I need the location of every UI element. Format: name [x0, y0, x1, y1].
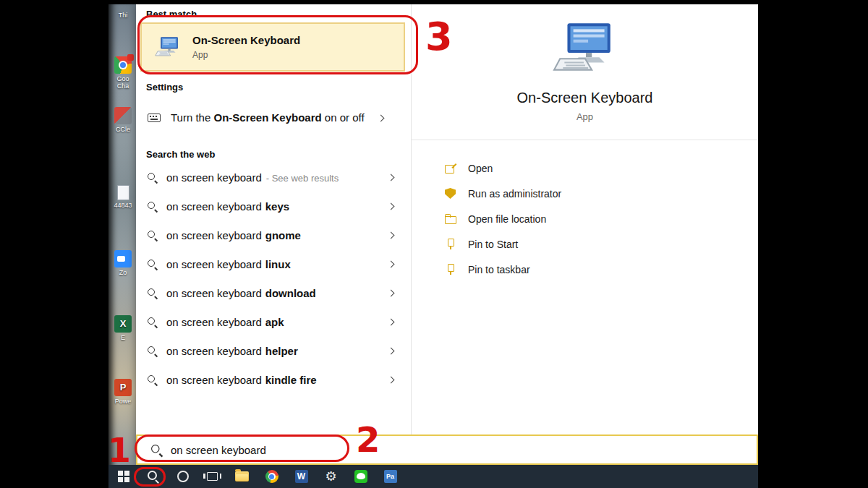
line-messenger-icon	[354, 470, 367, 483]
search-icon	[148, 346, 157, 356]
start-button[interactable]	[109, 465, 138, 488]
best-match-header: Best match	[136, 6, 411, 22]
desktop-icon-ccleaner[interactable]: CCle	[110, 107, 136, 133]
settings-button[interactable]	[316, 465, 346, 488]
desktop-icon-this-pc[interactable]: Thi	[110, 12, 136, 19]
best-match-title: On-Screen Keyboard	[192, 34, 300, 46]
pin-icon	[445, 264, 456, 275]
context-actions: Open Run as administrator Open file loca…	[412, 140, 758, 282]
search-box[interactable]	[136, 435, 758, 465]
search-icon	[151, 445, 162, 455]
pin-icon	[445, 239, 456, 249]
desktop-icon-powerpoint[interactable]: Powe	[110, 379, 136, 405]
screen: Thi Goo Cha CCle 44843 Zo E Powe	[0, 0, 868, 488]
action-pin-to-taskbar[interactable]: Pin to taskbar	[445, 257, 758, 282]
preview-panel: On-Screen Keyboard App Open Run as admin…	[411, 4, 758, 435]
task-view-button[interactable]	[197, 465, 227, 488]
notification-badge	[127, 54, 134, 61]
taskbar: W Pa	[109, 465, 758, 488]
search-results-column: Best match On-Screen Keyboard App	[136, 4, 411, 435]
desktop-icon-google-chrome[interactable]: Goo Cha	[110, 56, 136, 90]
open-icon	[445, 163, 456, 174]
start-search-flyout: Best match On-Screen Keyboard App	[136, 4, 758, 465]
search-icon	[148, 231, 157, 240]
desktop-icon-zoom[interactable]: Zo	[110, 250, 136, 276]
preview-title: On-Screen Keyboard	[412, 90, 758, 106]
desktop-wallpaper: Thi Goo Cha CCle 44843 Zo E Powe	[109, 4, 136, 465]
line-button[interactable]	[346, 465, 375, 488]
desktop-icon-file[interactable]: 44843	[110, 185, 136, 209]
search-icon	[148, 471, 159, 482]
web-suggestion[interactable]: on screen keyboardkeys	[136, 192, 411, 221]
cortana-icon	[177, 471, 189, 482]
task-view-icon	[207, 472, 218, 481]
paint-icon: Pa	[384, 470, 397, 483]
taskbar-search-button[interactable]	[138, 465, 168, 488]
preview-subtitle: App	[412, 111, 758, 122]
chrome-button[interactable]	[257, 465, 286, 488]
best-match-subtitle: App	[192, 50, 300, 60]
cortana-button[interactable]	[168, 465, 197, 488]
search-icon	[148, 317, 157, 327]
search-input[interactable]	[169, 443, 401, 457]
document-icon	[117, 185, 129, 200]
chevron-right-icon	[388, 202, 395, 210]
action-pin-to-start[interactable]: Pin to Start	[445, 231, 758, 257]
settings-result-label: Turn the On-Screen Keyboard on or off	[171, 110, 368, 127]
paint-button[interactable]: Pa	[375, 465, 405, 488]
web-suggestion[interactable]: on screen keyboardkindle fire	[136, 365, 411, 394]
chevron-right-icon	[388, 260, 395, 267]
ccleaner-icon	[114, 107, 132, 124]
chevron-right-icon	[388, 289, 395, 296]
web-suggestion[interactable]: on screen keyboard- See web results	[136, 163, 411, 192]
search-icon	[148, 375, 157, 385]
search-icon	[148, 288, 157, 298]
settings-header: Settings	[136, 79, 411, 95]
chevron-right-icon	[388, 174, 395, 181]
search-icon	[148, 173, 157, 182]
settings-result-osk-toggle[interactable]: Turn the On-Screen Keyboard on or off	[136, 95, 411, 140]
action-run-as-administrator[interactable]: Run as administrator	[445, 181, 758, 206]
web-suggestion[interactable]: on screen keyboardapk	[136, 307, 411, 336]
shield-icon	[445, 188, 456, 199]
keyboard-icon	[148, 114, 161, 122]
file-explorer-button[interactable]	[227, 465, 257, 488]
web-suggestion[interactable]: on screen keyboarddownload	[136, 278, 411, 307]
chevron-right-icon	[378, 114, 385, 121]
on-screen-keyboard-icon	[553, 22, 618, 77]
chrome-icon	[114, 56, 132, 74]
word-icon: W	[295, 470, 308, 483]
action-open-file-location[interactable]: Open file location	[445, 206, 758, 231]
chrome-icon	[265, 470, 278, 483]
folder-icon	[445, 213, 456, 224]
action-open[interactable]: Open	[445, 155, 758, 181]
gear-icon	[325, 470, 336, 483]
folder-icon	[235, 471, 249, 481]
on-screen-keyboard-icon	[155, 36, 181, 59]
chevron-right-icon	[388, 376, 395, 383]
best-match-result[interactable]: On-Screen Keyboard App	[140, 22, 405, 72]
zoom-icon	[114, 250, 132, 267]
chevron-right-icon	[388, 347, 395, 354]
search-icon	[148, 260, 157, 269]
chevron-right-icon	[388, 231, 395, 239]
search-icon	[148, 202, 157, 211]
web-suggestion[interactable]: on screen keyboardgnome	[136, 221, 411, 249]
excel-icon	[114, 315, 132, 333]
desktop-icon-excel[interactable]: E	[110, 315, 136, 341]
powerpoint-icon	[114, 379, 132, 396]
web-suggestion[interactable]: on screen keyboardhelper	[136, 336, 411, 365]
word-button[interactable]: W	[286, 465, 316, 488]
chevron-right-icon	[388, 318, 395, 325]
search-web-header: Search the web	[136, 146, 411, 163]
windows-logo-icon	[118, 471, 129, 482]
web-suggestion[interactable]: on screen keyboardlinux	[136, 249, 411, 278]
